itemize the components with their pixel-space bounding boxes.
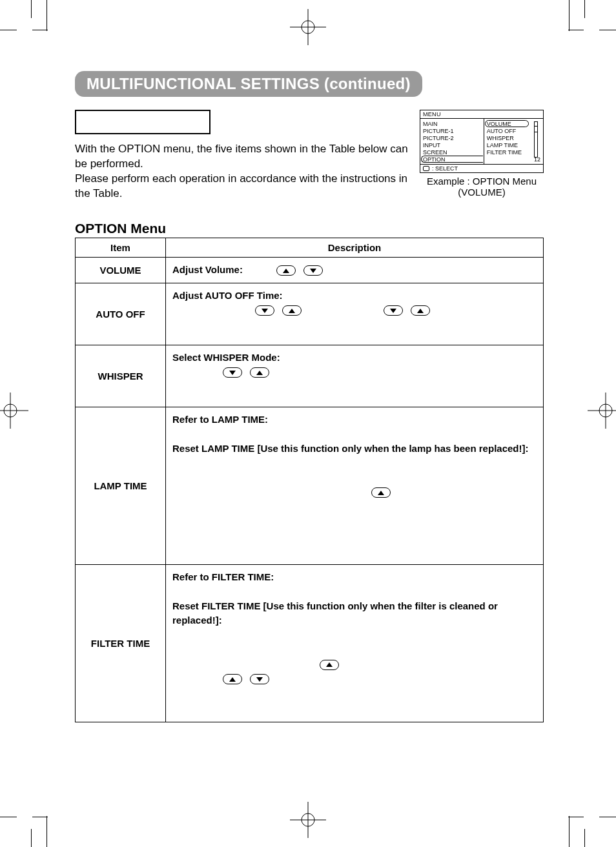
osd-col1-item: INPUT [423,141,481,148]
osd-slider-icon [534,121,538,158]
page-title: MULTIFUNCTIONAL SETTINGS (continued) [87,75,411,93]
register-mark-top [290,9,326,45]
up-button-icon [411,305,430,316]
th-item: Item [76,238,166,258]
down-button-icon [303,265,323,276]
section-heading: OPTION Menu [75,221,166,236]
up-button-icon [276,265,296,276]
up-button-icon [320,660,339,670]
row-desc: Select WHISPER Mode: [166,345,544,407]
up-button-icon [223,674,242,684]
up-button-icon [282,305,302,316]
osd-col1-item: MAIN [423,120,481,127]
row-item: AUTO OFF [76,283,166,345]
row-item: WHISPER [76,345,166,407]
row-desc: Refer to LAMP TIME: Reset LAMP TIME [Use… [166,407,544,564]
option-menu-table: Item Description VOLUME Adjust Volume: A… [75,238,544,722]
down-button-icon [384,305,403,316]
register-mark-right [588,393,616,429]
osd-value: 12 [534,156,540,163]
intro-text: With the OPTION menu, the five items sho… [75,142,417,201]
osd-diagram: MENU MAIN PICTURE-1 PICTURE-2 INPUT SCRE… [420,110,544,198]
page-title-bar: MULTIFUNCTIONAL SETTINGS (continued) [75,71,422,97]
osd-caption: Example : OPTION Menu(VOLUME) [420,176,544,198]
down-button-icon [255,305,274,316]
up-button-icon [371,487,391,498]
row-desc: Adjust Volume: [166,258,544,283]
osd-footer: : SELECT [432,165,458,172]
osd-col2-item: FILTER TIME [487,148,540,156]
osd-col2-item: AUTO OFF [487,127,540,134]
joystick-icon [423,166,429,171]
up-button-icon [250,367,269,378]
row-item: VOLUME [76,258,166,283]
osd-col2-item: WHISPER [487,134,540,141]
osd-col1-item: SCREEN [423,148,481,156]
empty-box [75,110,210,134]
row-desc: Refer to FILTER TIME: Reset FILTER TIME … [166,564,544,722]
osd-col2-item: LAMP TIME [487,141,540,148]
register-mark-left [0,393,28,429]
row-item: FILTER TIME [76,564,166,722]
osd-title: MENU [420,110,543,119]
osd-col1-item: PICTURE-2 [423,134,481,141]
osd-col2-item-selected: VOLUME [487,120,540,127]
osd-col1-item-selected: OPTION [423,156,481,163]
row-item: LAMP TIME [76,407,166,564]
register-mark-bottom [290,802,326,838]
down-button-icon [250,674,269,684]
down-button-icon [223,367,242,378]
th-description: Description [166,238,544,258]
row-desc: Adjust AUTO OFF Time: [166,283,544,345]
osd-col1-item: PICTURE-1 [423,127,481,134]
